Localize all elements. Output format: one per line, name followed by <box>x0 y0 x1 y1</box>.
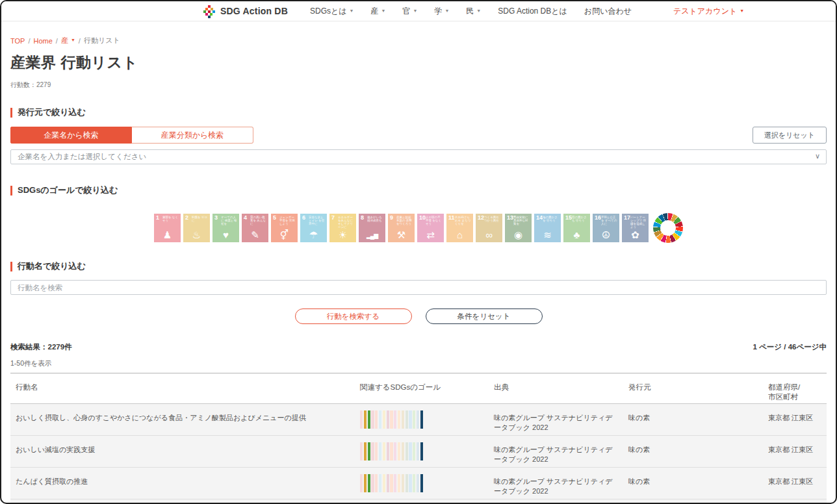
sdg-goal-label: 平和と公正を すべての人に <box>601 216 619 225</box>
action-name-search-input[interactable] <box>10 280 827 295</box>
sdg-bar-9 <box>390 474 393 492</box>
sdg-goal-tile-9[interactable]: 9産業と技術革新の 基盤をつくろう⚒ <box>388 214 415 242</box>
sdg-goal-number: 8 <box>361 215 364 221</box>
chevron-down-icon: ▼ <box>444 8 449 13</box>
sdg-bar-6 <box>379 410 381 429</box>
sdg-goal-number: 4 <box>244 215 247 221</box>
sdg-goal-tile-1[interactable]: 1貧困を なくそう♟ <box>154 214 181 242</box>
sdg-goal-label: パートナーシップで 目標を達成しよう <box>630 216 648 229</box>
page-title: 産業界 行動リスト <box>10 53 827 73</box>
table-row[interactable]: おいしく摂取し、心身のすこやかさにつながる食品・アミノ酸製品およびメニューの提供… <box>10 404 827 436</box>
col-location: 都道府県/市区町村 <box>768 373 827 403</box>
sdg-goal-tile-8[interactable]: 8働きがいも 経済成長も▂▄▆ <box>359 214 385 242</box>
sdg-bar-6 <box>379 474 381 492</box>
chevron-down-icon: ▼ <box>476 8 481 13</box>
chevron-down-icon: ∨ <box>815 152 820 160</box>
sdg-bar-5 <box>375 410 378 429</box>
nav-item[interactable]: 産▼ <box>371 6 386 17</box>
nav-item[interactable]: 官▼ <box>402 6 417 17</box>
tab-company-name[interactable]: 企業名から検索 <box>10 127 132 144</box>
action-count: 行動数：2279 <box>10 81 827 90</box>
table-body: おいしく摂取し、心身のすこやかさにつながる食品・アミノ酸製品およびメニューの提供… <box>10 404 827 504</box>
chevron-down-icon: ▼ <box>413 8 417 13</box>
breadcrumb-item[interactable]: Home <box>33 37 52 45</box>
sdg-goal-number: 7 <box>331 215 335 221</box>
nav-item[interactable]: お問い合わせ <box>584 6 632 17</box>
heading-accent-bar <box>10 108 12 118</box>
sdg-goal-number: 11 <box>448 215 455 221</box>
breadcrumb-item[interactable]: TOP <box>10 37 25 45</box>
nav-item[interactable]: SDG Action DBとは <box>498 6 567 17</box>
reset-selection-button[interactable]: 選択をリセット <box>753 127 827 144</box>
sdg-goal-tile-12[interactable]: 12つくる責任 つかう責任∞ <box>476 214 502 242</box>
sdg-bar-7 <box>383 442 385 460</box>
sdg-goal-label: 陸の豊かさも 守ろう <box>572 216 589 222</box>
fish-icon: ≋ <box>534 230 561 240</box>
table-row[interactable]: おいしい減糖、減脂の実践支援 味の素グループ サステナビリティデータブック 20… <box>10 499 827 504</box>
cell-action-name: たんぱく質摂取の推進 <box>10 468 360 499</box>
table-row[interactable]: たんぱく質摂取の推進 味の素グループ サステナビリティデータブック 2022 味… <box>10 468 827 499</box>
pawn-icon: ♟ <box>154 230 181 240</box>
heading-accent-bar <box>10 262 12 271</box>
infinity-icon: ∞ <box>476 230 502 240</box>
sdg-bar-4 <box>371 410 374 429</box>
cell-action-name: おいしい減塩の実践支援 <box>10 436 360 467</box>
nav-item[interactable]: 民▼ <box>466 6 481 17</box>
sdg-goal-number: 5 <box>273 215 276 221</box>
reset-conditions-button[interactable]: 条件をリセット <box>426 309 543 324</box>
sdg-goal-number: 13 <box>507 215 513 221</box>
sdg-goal-tile-17[interactable]: 17パートナーシップで 目標を達成しよう✿ <box>622 214 649 242</box>
chevron-down-icon: ▼ <box>350 8 354 13</box>
cell-related-goals <box>360 468 494 499</box>
cell-source: 味の素グループ サステナビリティデータブック 2022 <box>494 468 628 499</box>
sdg-bar-16 <box>417 410 419 429</box>
tree-icon: ♣ <box>563 230 590 240</box>
sdg-goal-tile-11[interactable]: 11住み続けられる まちづくりを⌂ <box>446 214 473 242</box>
sdg-bar-14 <box>409 474 411 492</box>
cell-related-goals <box>360 499 494 504</box>
sdg-goal-tile-13[interactable]: 13気候変動に 具体的な対策を◉ <box>505 214 532 242</box>
browser-window: SDG Action DB SDGsとは▼産▼官▼学▼民▼SDG Action … <box>0 0 837 504</box>
nav-item[interactable]: 学▼ <box>434 6 449 17</box>
table-header: 行動名 関連するSDGsのゴール 出典 発行元 都道府県/市区町村 <box>10 373 827 404</box>
tab-industry-category[interactable]: 産業分類から検索 <box>132 127 253 144</box>
sdg-bar-17 <box>420 410 423 429</box>
nav-item[interactable]: SDGsとは▼ <box>310 6 354 17</box>
sdg-goal-tile-5[interactable]: 5ジェンダー平等を 実現しよう⚥ <box>271 214 298 242</box>
sdg-goal-number: 6 <box>302 215 305 221</box>
table-row[interactable]: おいしい減塩の実践支援 味の素グループ サステナビリティデータブック 2022 … <box>10 436 827 468</box>
breadcrumb-item[interactable]: 産▼ <box>61 36 75 45</box>
dove-icon: ☮ <box>593 230 619 240</box>
sdg-goal-tile-3[interactable]: 3すべての人に 健康と福祉を♥ <box>212 214 239 242</box>
cell-action-name: おいしい減糖、減脂の実践支援 <box>10 499 360 504</box>
cell-publisher: 味の素 <box>628 404 768 435</box>
bowl-icon: ♨ <box>183 230 210 240</box>
breadcrumb-separator: / <box>28 37 30 45</box>
sdg-bar-3 <box>368 474 370 492</box>
account-menu[interactable]: テストアカウント▼ <box>673 6 744 17</box>
brand-logo[interactable]: SDG Action DB <box>203 5 288 18</box>
account-label: テストアカウント <box>673 6 737 16</box>
sdg-goal-tile-15[interactable]: 15陸の豊かさも 守ろう♣ <box>563 214 590 242</box>
cell-publisher: 味の素 <box>628 499 768 504</box>
sdg-goal-tile-10[interactable]: 10人や国の不平等 をなくそう⇄ <box>417 214 444 242</box>
sdg-bar-15 <box>413 410 415 429</box>
sdg-goal-tile-7[interactable]: 7エネルギーをみんなに そしてクリーンに☀ <box>329 214 356 242</box>
water-icon: ☂ <box>300 230 327 240</box>
search-actions-button[interactable]: 行動を検索する <box>295 309 412 324</box>
sdg-goal-label: 質の高い教育を みんなに <box>250 216 268 225</box>
sdg-goal-label: 貧困を なくそう <box>162 216 180 222</box>
sdg-goal-tile-2[interactable]: 2飢餓を ゼロに♨ <box>183 214 210 242</box>
cell-related-goals <box>360 436 494 467</box>
sdg-goal-label: 海の豊かさを 守ろう <box>543 216 560 222</box>
sdg-bar-12 <box>402 442 404 460</box>
sdg-goal-tile-4[interactable]: 4質の高い教育を みんなに✎ <box>242 214 268 242</box>
sdg-bar-15 <box>413 474 415 492</box>
sdg-goal-tile-16[interactable]: 16平和と公正を すべての人に☮ <box>593 214 619 242</box>
sdg-goal-tile-6[interactable]: 6安全な水とトイレ を世界中に☂ <box>300 214 327 242</box>
sdg-filter-heading-label: SDGsのゴールで絞り込む <box>18 184 118 196</box>
gender-icon: ⚥ <box>271 230 298 240</box>
sdg-goal-tile-14[interactable]: 14海の豊かさを 守ろう≋ <box>534 214 561 242</box>
company-select[interactable]: 企業名を入力または選択してください ∨ <box>10 149 827 164</box>
top-nav: SDG Action DB SDGsとは▼産▼官▼学▼民▼SDG Action … <box>1 1 836 21</box>
